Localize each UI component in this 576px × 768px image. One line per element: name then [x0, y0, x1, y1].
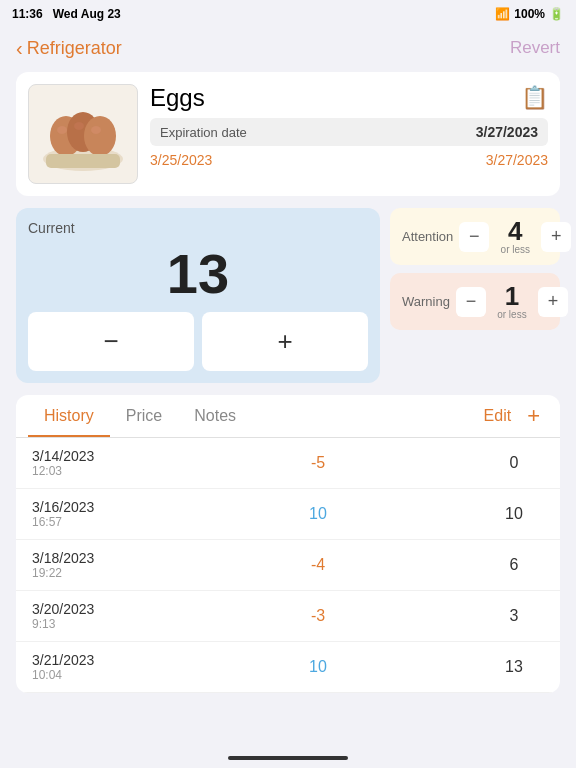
current-increment-button[interactable]: + [202, 312, 368, 371]
history-table: 3/14/2023 12:03 -5 0 3/16/2023 16:57 10 … [16, 438, 560, 693]
history-change-value: 10 [309, 505, 327, 522]
history-date-col: 3/18/2023 19:22 [32, 550, 152, 580]
history-balance-col: 13 [484, 658, 544, 676]
warning-label: Warning [402, 294, 450, 309]
expiry-row: Expiration date 3/27/2023 [150, 118, 548, 146]
history-time: 19:22 [32, 566, 152, 580]
warning-decrement-button[interactable]: − [456, 287, 486, 317]
wifi-icon: 📶 [495, 7, 510, 21]
history-date: 3/16/2023 [32, 499, 152, 515]
expiry-label: Expiration date [160, 125, 247, 140]
alerts-panel: Attention − 4 or less + Warning − [390, 208, 560, 383]
tab-history[interactable]: History [28, 395, 110, 437]
date-expiry-alt: 3/27/2023 [486, 152, 548, 168]
history-change-col: -4 [152, 556, 484, 574]
history-balance-value: 6 [510, 556, 519, 573]
status-time: 11:36 [12, 7, 43, 21]
history-change-col: 10 [152, 658, 484, 676]
item-top-row: Eggs 📋 Expiration date 3/27/2023 3/25/20… [28, 84, 548, 184]
history-balance-col: 10 [484, 505, 544, 523]
history-change-col: -5 [152, 454, 484, 472]
expiry-date: 3/27/2023 [476, 124, 538, 140]
eggs-illustration [38, 94, 128, 174]
svg-rect-7 [46, 154, 120, 168]
history-time: 10:04 [32, 668, 152, 682]
chevron-left-icon: ‹ [16, 37, 23, 60]
table-row[interactable]: 3/20/2023 9:13 -3 3 [16, 591, 560, 642]
main-content: Eggs 📋 Expiration date 3/27/2023 3/25/20… [0, 72, 576, 693]
history-date: 3/18/2023 [32, 550, 152, 566]
status-indicators: 📶 100% 🔋 [495, 7, 564, 21]
battery-icon: 🔋 [549, 7, 564, 21]
item-card: Eggs 📋 Expiration date 3/27/2023 3/25/20… [16, 72, 560, 196]
current-value: 13 [28, 246, 368, 302]
tab-add-button[interactable]: + [519, 395, 548, 437]
revert-button[interactable]: Revert [510, 38, 560, 58]
warning-value-wrap: 1 or less [492, 283, 532, 320]
history-date-col: 3/21/2023 10:04 [32, 652, 152, 682]
item-info: Eggs 📋 Expiration date 3/27/2023 3/25/20… [150, 84, 548, 168]
svg-point-3 [84, 116, 116, 156]
current-buttons: − + [28, 312, 368, 371]
history-change-value: -3 [311, 607, 325, 624]
svg-point-6 [91, 126, 101, 134]
status-bar: 11:36 Wed Aug 23 📶 100% 🔋 [0, 0, 576, 28]
back-label: Refrigerator [27, 38, 122, 59]
tab-notes[interactable]: Notes [178, 395, 252, 437]
history-date: 3/14/2023 [32, 448, 152, 464]
attention-decrement-button[interactable]: − [459, 222, 489, 252]
home-indicator [228, 756, 348, 760]
warning-or-less: or less [497, 309, 526, 320]
attention-box: Attention − 4 or less + [390, 208, 560, 265]
back-button[interactable]: ‹ Refrigerator [16, 37, 122, 60]
history-change-value: 10 [309, 658, 327, 675]
table-row[interactable]: 3/16/2023 16:57 10 10 [16, 489, 560, 540]
warning-value: 1 [505, 283, 519, 309]
history-balance-col: 3 [484, 607, 544, 625]
current-label: Current [28, 220, 368, 236]
table-row[interactable]: 3/21/2023 10:04 10 13 [16, 642, 560, 693]
history-date-col: 3/16/2023 16:57 [32, 499, 152, 529]
history-balance-col: 6 [484, 556, 544, 574]
table-row[interactable]: 3/14/2023 12:03 -5 0 [16, 438, 560, 489]
current-decrement-button[interactable]: − [28, 312, 194, 371]
history-balance-value: 3 [510, 607, 519, 624]
history-change-col: -3 [152, 607, 484, 625]
history-balance-value: 0 [510, 454, 519, 471]
warning-box: Warning − 1 or less + [390, 273, 560, 330]
attention-controls: − 4 or less + [459, 218, 571, 255]
clipboard-icon[interactable]: 📋 [521, 85, 548, 111]
attention-label: Attention [402, 229, 453, 244]
table-row[interactable]: 3/18/2023 19:22 -4 6 [16, 540, 560, 591]
warning-controls: − 1 or less + [456, 283, 568, 320]
history-time: 16:57 [32, 515, 152, 529]
dates-row: 3/25/2023 3/27/2023 [150, 152, 548, 168]
tab-price[interactable]: Price [110, 395, 178, 437]
attention-increment-button[interactable]: + [541, 222, 571, 252]
status-date: Wed Aug 23 [53, 7, 121, 21]
tabs-header: History Price Notes Edit + [16, 395, 560, 438]
battery-indicator: 100% [514, 7, 545, 21]
history-time: 9:13 [32, 617, 152, 631]
current-panel: Current 13 − + [16, 208, 380, 383]
nav-bar: ‹ Refrigerator Revert [0, 28, 576, 72]
history-change-value: -4 [311, 556, 325, 573]
tab-edit-button[interactable]: Edit [476, 395, 520, 437]
history-balance-value: 10 [505, 505, 523, 522]
history-change-col: 10 [152, 505, 484, 523]
svg-point-5 [74, 122, 84, 130]
attention-or-less: or less [501, 244, 530, 255]
status-time-date: 11:36 Wed Aug 23 [12, 7, 121, 21]
history-date-col: 3/14/2023 12:03 [32, 448, 152, 478]
history-date: 3/20/2023 [32, 601, 152, 617]
history-date-col: 3/20/2023 9:13 [32, 601, 152, 631]
item-name: Eggs [150, 84, 205, 112]
date-purchased: 3/25/2023 [150, 152, 212, 168]
attention-value-wrap: 4 or less [495, 218, 535, 255]
item-name-row: Eggs 📋 [150, 84, 548, 112]
history-balance-col: 0 [484, 454, 544, 472]
warning-increment-button[interactable]: + [538, 287, 568, 317]
history-date: 3/21/2023 [32, 652, 152, 668]
counter-section: Current 13 − + Attention − 4 or less [16, 208, 560, 383]
tabs-section: History Price Notes Edit + 3/14/2023 12:… [16, 395, 560, 693]
